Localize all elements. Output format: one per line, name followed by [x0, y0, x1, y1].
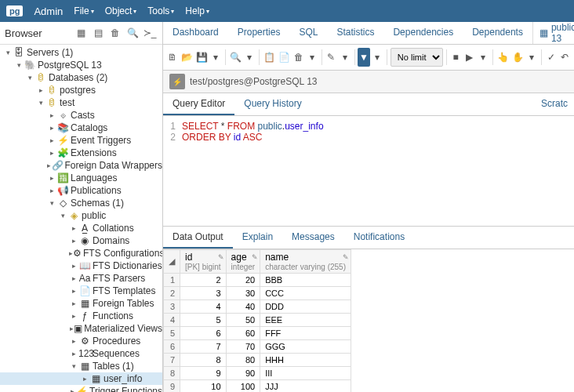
search-icon[interactable]: 🔍 [125, 25, 140, 41]
edit-icon[interactable]: ✎ [343, 253, 349, 261]
tree-functions[interactable]: ▸ƒFunctions [0, 310, 162, 322]
terminal-icon[interactable]: ≻_ [142, 25, 158, 41]
cell[interactable]: 30 [226, 287, 260, 300]
tree-fts-conf[interactable]: ▸⚙FTS Configurations [0, 247, 162, 260]
tree-catalogs[interactable]: ▸📚Catalogs [0, 122, 162, 134]
paste-icon[interactable]: 📄 [278, 48, 291, 67]
tab-dashboard[interactable]: Dashboard [163, 22, 228, 44]
table-row[interactable]: 2330CCC [164, 287, 351, 300]
cell[interactable]: 6 [180, 327, 227, 340]
expand-icon[interactable]: ▸ [69, 299, 78, 307]
cell[interactable]: 70 [226, 340, 260, 354]
expand-icon[interactable]: ▸ [69, 350, 78, 358]
tab-scratch-pad[interactable]: Scratc [535, 93, 574, 115]
copy-icon[interactable]: 📋 [263, 48, 276, 67]
tab-properties[interactable]: Properties [228, 22, 290, 44]
tree-fdw[interactable]: ▸🔗Foreign Data Wrappers [0, 159, 162, 172]
tab-sql[interactable]: SQL [289, 22, 327, 44]
table-row[interactable]: 8990III [164, 367, 351, 380]
cell[interactable]: BBB [260, 274, 351, 287]
grid-icon[interactable]: ▤ [90, 25, 106, 41]
new-file-icon[interactable]: 🗎 [166, 48, 179, 67]
tree-servers[interactable]: ▾🗄Servers (1) [0, 46, 162, 59]
cell[interactable]: CCC [260, 287, 351, 300]
table-row[interactable]: 7880HHH [164, 354, 351, 367]
tab-icon[interactable]: ▦ [73, 25, 89, 41]
tree-db-postgres[interactable]: ▸🛢postgres [0, 84, 162, 96]
expand-icon[interactable]: ▸ [69, 262, 78, 270]
expand-icon[interactable]: ▸ [69, 387, 76, 392]
clear-icon[interactable]: 🗑 [292, 48, 305, 67]
commit-icon[interactable]: ✓ [545, 48, 558, 67]
rollback-icon[interactable]: ↶ [558, 48, 571, 67]
expand-icon[interactable]: ▸ [47, 149, 56, 157]
filter-icon[interactable]: ▼ [358, 48, 370, 67]
cell[interactable]: DDD [260, 300, 351, 314]
cell[interactable]: HHH [260, 354, 351, 367]
chevron-down-icon[interactable]: ▾ [478, 48, 490, 67]
column-header[interactable]: id[PK] bigint✎ [180, 250, 227, 274]
tree-server[interactable]: ▾🐘PostgreSQL 13 [0, 59, 162, 71]
play-icon[interactable]: ▶ [463, 48, 476, 67]
menu-help[interactable]: Help▾ [185, 5, 209, 16]
cell[interactable]: 2 [180, 274, 227, 287]
expand-icon[interactable]: ▸ [69, 274, 78, 282]
tree-sequences[interactable]: ▸123Sequences [0, 347, 162, 360]
cell[interactable]: FFF [260, 327, 351, 340]
cell[interactable]: III [260, 367, 351, 380]
cell[interactable]: 20 [226, 274, 260, 287]
chevron-down-icon[interactable]: ▾ [306, 48, 318, 67]
tree-extensions[interactable]: ▸🧩Extensions [0, 147, 162, 159]
cell[interactable]: 60 [226, 327, 260, 340]
cell[interactable]: EEE [260, 314, 351, 327]
tab-query-editor[interactable]: Query Editor [163, 93, 234, 115]
table-row[interactable]: 910100JJJ [164, 380, 351, 393]
table-row[interactable]: 1220BBB [164, 274, 351, 287]
tree-casts[interactable]: ▸⟐Casts [0, 109, 162, 122]
tree-databases[interactable]: ▾🛢Databases (2) [0, 71, 162, 84]
expand-icon[interactable]: ▸ [80, 375, 89, 383]
search-icon[interactable]: 🔍 [229, 48, 242, 67]
tree-trigger-funcs[interactable]: ▸⚡Trigger Functions [0, 385, 162, 392]
explain-analyze-icon[interactable]: ✋ [511, 48, 525, 67]
cell[interactable]: 7 [180, 340, 227, 354]
open-file-icon[interactable]: 📂 [180, 48, 194, 67]
result-grid[interactable]: ◢id[PK] bigint✎ageinteger✎namecharacter … [163, 249, 574, 392]
tree-tables[interactable]: ▾▦Tables (1) [0, 360, 162, 372]
chevron-down-icon[interactable]: ▾ [526, 48, 539, 67]
chevron-down-icon[interactable]: ▾ [372, 48, 384, 67]
edit-icon[interactable]: ✎ [252, 253, 258, 261]
cell[interactable]: 3 [180, 287, 227, 300]
column-header[interactable]: ageinteger✎ [226, 250, 260, 274]
tree-user-info[interactable]: ▸▦user_info [0, 372, 162, 385]
table-row[interactable]: 6770GGG [164, 340, 351, 354]
expand-icon[interactable]: ▸ [69, 337, 78, 345]
menu-tools[interactable]: Tools▾ [147, 5, 174, 16]
expand-icon[interactable]: ▸ [69, 287, 78, 295]
expand-icon[interactable]: ▸ [47, 136, 56, 144]
expand-icon[interactable]: ▸ [69, 312, 78, 320]
stop-icon[interactable]: ■ [449, 48, 462, 67]
edit-icon[interactable]: ✎ [218, 253, 224, 261]
collapse-icon[interactable]: ▾ [58, 212, 67, 220]
table-row[interactable]: 3440DDD [164, 300, 351, 314]
menu-file[interactable]: File▾ [74, 5, 93, 16]
tree-fts-templates[interactable]: ▸📄FTS Templates [0, 285, 162, 297]
tree-fts-dict[interactable]: ▸📖FTS Dictionaries [0, 260, 162, 272]
cell[interactable]: 10 [180, 380, 227, 393]
tab-query-history[interactable]: Query History [234, 93, 311, 115]
collapse-icon[interactable]: ▾ [69, 362, 78, 370]
expand-icon[interactable]: ▸ [47, 174, 56, 182]
explain-icon[interactable]: 👆 [496, 48, 510, 67]
tree-schemas[interactable]: ▾◇Schemas (1) [0, 197, 162, 209]
tree-domains[interactable]: ▸◉Domains [0, 234, 162, 247]
save-icon[interactable]: 💾 [195, 48, 209, 67]
trash-icon[interactable]: 🗑 [107, 25, 123, 41]
collapse-icon[interactable]: ▾ [47, 199, 56, 207]
tree-db-test[interactable]: ▾🛢test [0, 96, 162, 109]
collapse-icon[interactable]: ▾ [25, 74, 35, 82]
table-row[interactable]: 5660FFF [164, 327, 351, 340]
collapse-icon[interactable]: ▾ [36, 99, 45, 107]
tree-fts-parsers[interactable]: ▸AaFTS Parsers [0, 272, 162, 285]
expand-icon[interactable]: ▸ [69, 224, 78, 232]
